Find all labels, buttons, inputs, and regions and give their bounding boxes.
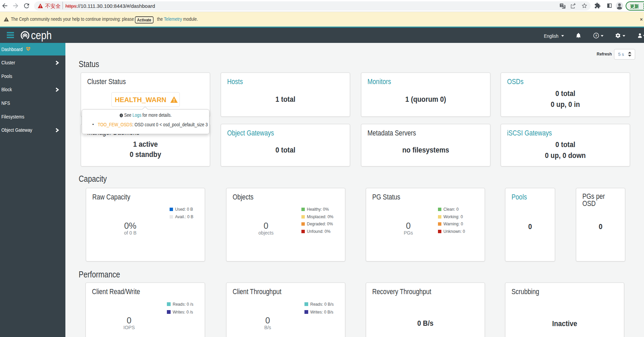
svg-text:?: ? [595,34,597,37]
